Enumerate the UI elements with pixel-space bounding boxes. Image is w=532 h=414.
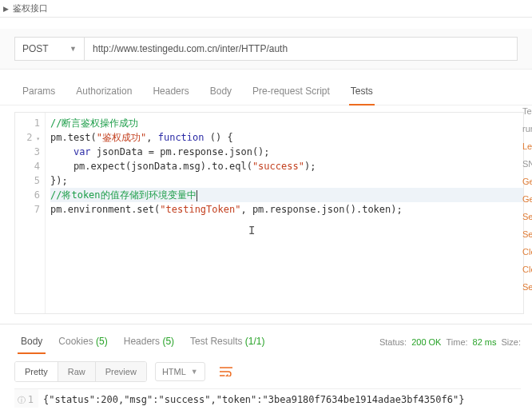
time-value: 82 ms <box>473 337 497 347</box>
tab-params[interactable]: Params <box>14 79 63 105</box>
snippets-rail: Tes rur Lea SN Ge Ge Se Se Cle Cle Se <box>521 102 532 310</box>
view-mode-segment: Pretty Raw Preview <box>14 361 147 382</box>
request-bar: POST ▼ <box>0 29 532 70</box>
wrap-lines-icon[interactable] <box>215 362 237 382</box>
tab-tests[interactable]: Tests <box>343 79 381 105</box>
resp-tab-cookies[interactable]: Cookies (5) <box>52 331 113 353</box>
section-title: 鉴权接口 <box>13 2 48 14</box>
http-method-value: POST <box>22 43 49 54</box>
collapse-icon: ▶ <box>3 5 9 13</box>
response-code[interactable]: {"status":200,"msg":"success","token":"3… <box>38 389 521 408</box>
response-gutter: 1 <box>14 389 38 408</box>
chevron-down-icon: ▼ <box>69 45 77 53</box>
request-tabs: Params Authorization Headers Body Pre-re… <box>0 79 532 105</box>
chevron-down-icon: ▼ <box>191 368 198 376</box>
editor-gutter: 1 2 3 4 5 6 7 <box>15 113 46 313</box>
response-tabs: Body Cookies (5) Headers (5) Test Result… <box>14 331 272 353</box>
section-header[interactable]: ▶ 鉴权接口 <box>0 0 532 18</box>
tab-body[interactable]: Body <box>202 79 240 105</box>
response-header: Body Cookies (5) Headers (5) Test Result… <box>0 324 532 353</box>
http-method-select[interactable]: POST ▼ <box>14 37 85 61</box>
response-view-bar: Pretty Raw Preview HTML ▼ <box>14 361 521 382</box>
format-select[interactable]: HTML ▼ <box>155 362 205 381</box>
resp-tab-body[interactable]: Body <box>14 331 49 353</box>
code-editor[interactable]: 1 2 3 4 5 6 7 //断言鉴权操作成功 pm.test("鉴权成功",… <box>14 112 524 314</box>
url-input[interactable] <box>85 37 518 61</box>
view-preview[interactable]: Preview <box>96 362 146 381</box>
tab-headers[interactable]: Headers <box>145 79 197 105</box>
tab-prerequest[interactable]: Pre-request Script <box>244 79 338 105</box>
view-pretty[interactable]: Pretty <box>15 362 58 381</box>
text-cursor-icon: I <box>248 223 255 237</box>
resp-tab-headers[interactable]: Headers (5) <box>117 331 181 353</box>
response-status: Status: 200 OK Time: 82 ms Size: <box>379 337 521 347</box>
tab-authorization[interactable]: Authorization <box>68 79 140 105</box>
response-body: 1 {"status":200,"msg":"success","token":… <box>14 388 521 408</box>
editor-code[interactable]: //断言鉴权操作成功 pm.test("鉴权成功", function () {… <box>46 113 523 313</box>
status-value: 200 OK <box>411 337 441 347</box>
resp-tab-testresults[interactable]: Test Results (1/1) <box>184 331 271 353</box>
view-raw[interactable]: Raw <box>58 362 96 381</box>
